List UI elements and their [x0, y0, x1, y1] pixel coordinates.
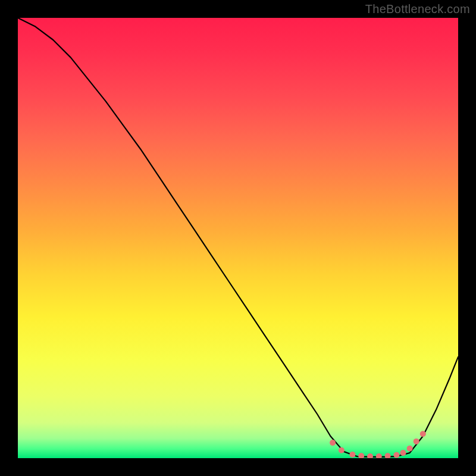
watermark-text: TheBottleneck.com	[365, 2, 470, 16]
marker-dot	[349, 452, 355, 458]
chart-container: TheBottleneck.com	[0, 0, 476, 476]
marker-dot	[407, 446, 413, 452]
marker-dot	[400, 450, 406, 456]
plot-area	[18, 18, 458, 458]
marker-dot	[414, 439, 419, 444]
chart-svg	[18, 18, 458, 458]
gradient-background	[18, 18, 458, 458]
marker-dot	[330, 440, 336, 446]
marker-dot	[393, 452, 399, 458]
marker-dot	[420, 431, 426, 437]
marker-dot	[339, 447, 345, 453]
